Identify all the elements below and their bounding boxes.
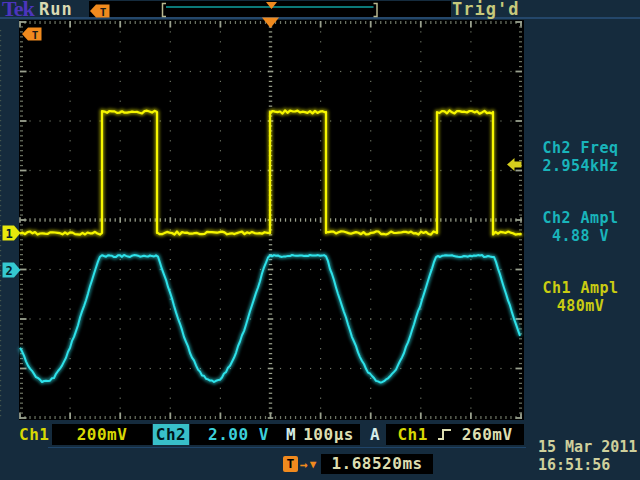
ch1-trace-glow xyxy=(20,110,521,234)
ch1-scale-readout: 200mV xyxy=(52,424,152,445)
trigger-position-marker-icon xyxy=(262,18,279,29)
ch2-trace-glow xyxy=(20,255,520,383)
readout-label: Ch2 Freq xyxy=(521,140,640,158)
ch2-trace xyxy=(20,255,520,383)
acquisition-status: Run xyxy=(39,0,73,19)
datetime-readout: 15 Mar 2011 16:51:56 xyxy=(538,438,638,474)
oscilloscope-screen: TT12 Tek Run Trig'd Ch2 Freq 2.954kHz Ch… xyxy=(0,0,640,480)
trigger-time-value: 1.68520ms xyxy=(321,454,432,474)
readout-ch2-ampl: Ch2 Ampl 4.88 V xyxy=(521,210,640,245)
ch2-scale-readout: 2.00 V xyxy=(190,424,287,445)
graticule-trigger-t-flag-icon-label: T xyxy=(32,29,39,42)
timebase-value: 100µs xyxy=(303,424,354,445)
ch1-label: Ch1 xyxy=(19,424,49,445)
date-label: 15 Mar 2011 xyxy=(538,438,638,456)
readout-label: Ch1 Ampl xyxy=(521,280,640,298)
readout-value: 4.88 V xyxy=(521,228,640,246)
right-arrow-icon: → xyxy=(300,457,308,472)
ch2-ground-marker-icon-label: 2 xyxy=(5,264,12,278)
ch1-ground-marker-icon xyxy=(3,226,21,241)
trigger-mode-label: A xyxy=(370,424,380,445)
ch2-ground-marker-icon xyxy=(3,263,21,278)
down-triangle-icon: ▼ xyxy=(310,458,317,471)
trigger-status: Trig'd xyxy=(452,0,519,19)
graticule-background xyxy=(19,20,524,420)
trigger-time-readout: T → ▼ 1.68520ms xyxy=(283,454,433,474)
trigger-t-chip-icon: T xyxy=(283,456,298,472)
rising-edge-icon xyxy=(437,427,453,442)
bottombar-divider xyxy=(48,447,526,449)
tek-logo: Tek xyxy=(2,0,34,22)
trigger-level-arrow-icon xyxy=(507,158,522,171)
ch1-trace xyxy=(20,110,521,234)
ch1-ground-marker-icon-label: 1 xyxy=(5,227,12,241)
readout-label: Ch2 Ampl xyxy=(521,210,640,228)
trigger-level-value: 260mV xyxy=(462,424,513,445)
readout-ch2-freq: Ch2 Freq 2.954kHz xyxy=(521,140,640,175)
ch2-label-chip: Ch2 xyxy=(153,424,189,445)
timebase-label: M xyxy=(286,424,296,445)
readout-value: 480mV xyxy=(521,298,640,316)
timebase-readout: M 100µs xyxy=(280,424,360,445)
graticule-trigger-t-flag-icon xyxy=(22,28,42,41)
time-label: 16:51:56 xyxy=(538,456,638,474)
trigger-source: Ch1 xyxy=(397,424,427,445)
readout-ch1-ampl: Ch1 Ampl 480mV xyxy=(521,280,640,315)
trigger-settings-readout: Ch1 260mV xyxy=(386,424,524,445)
readout-value: 2.954kHz xyxy=(521,158,640,176)
acquisition-bar xyxy=(89,1,451,17)
topbar-divider xyxy=(0,17,640,19)
